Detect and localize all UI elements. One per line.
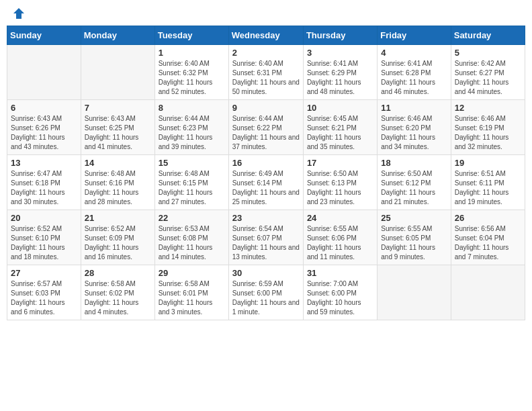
day-info: Sunrise: 6:42 AM Sunset: 6:27 PM Dayligh… [455,59,521,97]
day-number: 23 [232,213,300,223]
calendar-cell [451,265,525,320]
day-number: 18 [381,158,447,168]
day-info: Sunrise: 6:40 AM Sunset: 6:31 PM Dayligh… [232,59,300,97]
calendar-cell: 21Sunrise: 6:52 AM Sunset: 6:09 PM Dayli… [81,210,154,265]
day-number: 7 [85,103,151,113]
day-number: 9 [232,103,300,113]
calendar-cell: 26Sunrise: 6:56 AM Sunset: 6:04 PM Dayli… [451,210,525,265]
calendar-cell: 31Sunrise: 7:00 AM Sunset: 6:00 PM Dayli… [303,265,377,320]
calendar-cell: 24Sunrise: 6:55 AM Sunset: 6:06 PM Dayli… [303,210,377,265]
day-number: 17 [307,158,373,168]
logo-icon [12,7,26,20]
day-info: Sunrise: 6:44 AM Sunset: 6:22 PM Dayligh… [232,114,300,152]
day-number: 10 [307,103,373,113]
day-info: Sunrise: 6:57 AM Sunset: 6:03 PM Dayligh… [11,279,77,317]
day-number: 12 [455,103,521,113]
day-number: 11 [381,103,447,113]
calendar-cell: 11Sunrise: 6:46 AM Sunset: 6:20 PM Dayli… [378,100,451,155]
day-number: 28 [85,268,151,278]
day-info: Sunrise: 6:59 AM Sunset: 6:00 PM Dayligh… [232,279,300,317]
day-number: 1 [159,48,225,58]
day-info: Sunrise: 6:54 AM Sunset: 6:07 PM Dayligh… [232,224,300,262]
day-info: Sunrise: 6:40 AM Sunset: 6:32 PM Dayligh… [159,59,225,97]
day-number: 14 [85,158,151,168]
day-info: Sunrise: 6:48 AM Sunset: 6:15 PM Dayligh… [159,169,225,207]
weekday-header: Saturday [451,26,525,45]
calendar-cell: 12Sunrise: 6:46 AM Sunset: 6:19 PM Dayli… [451,100,525,155]
day-number: 15 [159,158,225,168]
day-info: Sunrise: 6:44 AM Sunset: 6:23 PM Dayligh… [159,114,225,152]
calendar-week-row: 1Sunrise: 6:40 AM Sunset: 6:32 PM Daylig… [7,45,525,100]
logo [9,7,26,20]
day-info: Sunrise: 6:50 AM Sunset: 6:12 PM Dayligh… [381,169,447,207]
calendar-cell: 2Sunrise: 6:40 AM Sunset: 6:31 PM Daylig… [228,45,303,100]
day-info: Sunrise: 6:41 AM Sunset: 6:28 PM Dayligh… [381,59,447,97]
day-number: 24 [307,213,373,223]
calendar-cell: 15Sunrise: 6:48 AM Sunset: 6:15 PM Dayli… [154,155,228,210]
page-header [7,7,525,20]
day-number: 13 [11,158,77,168]
day-info: Sunrise: 6:51 AM Sunset: 6:11 PM Dayligh… [455,169,521,207]
day-number: 2 [232,48,300,58]
calendar-cell: 16Sunrise: 6:49 AM Sunset: 6:14 PM Dayli… [228,155,303,210]
calendar-cell [81,45,154,100]
weekday-header: Thursday [303,26,377,45]
weekday-header: Monday [81,26,154,45]
day-number: 21 [85,213,151,223]
day-info: Sunrise: 7:00 AM Sunset: 6:00 PM Dayligh… [307,279,373,317]
day-number: 25 [381,213,447,223]
day-info: Sunrise: 6:46 AM Sunset: 6:20 PM Dayligh… [381,114,447,152]
day-number: 30 [232,268,300,278]
calendar-cell [7,45,81,100]
day-info: Sunrise: 6:53 AM Sunset: 6:08 PM Dayligh… [159,224,225,262]
calendar-cell: 25Sunrise: 6:55 AM Sunset: 6:05 PM Dayli… [378,210,451,265]
day-number: 20 [11,213,77,223]
day-info: Sunrise: 6:41 AM Sunset: 6:29 PM Dayligh… [307,59,373,97]
calendar-cell: 18Sunrise: 6:50 AM Sunset: 6:12 PM Dayli… [378,155,451,210]
calendar-week-row: 6Sunrise: 6:43 AM Sunset: 6:26 PM Daylig… [7,100,525,155]
calendar-cell: 6Sunrise: 6:43 AM Sunset: 6:26 PM Daylig… [7,100,81,155]
day-number: 16 [232,158,300,168]
day-info: Sunrise: 6:47 AM Sunset: 6:18 PM Dayligh… [11,169,77,207]
weekday-header: Sunday [7,26,81,45]
calendar-cell [378,265,451,320]
day-info: Sunrise: 6:45 AM Sunset: 6:21 PM Dayligh… [307,114,373,152]
weekday-header: Tuesday [154,26,228,45]
day-info: Sunrise: 6:52 AM Sunset: 6:09 PM Dayligh… [85,224,151,262]
day-number: 4 [381,48,447,58]
calendar-cell: 27Sunrise: 6:57 AM Sunset: 6:03 PM Dayli… [7,265,81,320]
day-info: Sunrise: 6:55 AM Sunset: 6:06 PM Dayligh… [307,224,373,262]
day-info: Sunrise: 6:56 AM Sunset: 6:04 PM Dayligh… [455,224,521,262]
calendar-week-row: 27Sunrise: 6:57 AM Sunset: 6:03 PM Dayli… [7,265,525,320]
calendar-week-row: 13Sunrise: 6:47 AM Sunset: 6:18 PM Dayli… [7,155,525,210]
calendar-table: SundayMondayTuesdayWednesdayThursdayFrid… [7,26,525,320]
day-info: Sunrise: 6:52 AM Sunset: 6:10 PM Dayligh… [11,224,77,262]
calendar-cell: 3Sunrise: 6:41 AM Sunset: 6:29 PM Daylig… [303,45,377,100]
day-number: 8 [159,103,225,113]
day-number: 22 [159,213,225,223]
weekday-header-row: SundayMondayTuesdayWednesdayThursdayFrid… [7,26,525,45]
day-info: Sunrise: 6:43 AM Sunset: 6:25 PM Dayligh… [85,114,151,152]
day-number: 19 [455,158,521,168]
day-info: Sunrise: 6:50 AM Sunset: 6:13 PM Dayligh… [307,169,373,207]
calendar-cell: 23Sunrise: 6:54 AM Sunset: 6:07 PM Dayli… [228,210,303,265]
calendar-cell: 8Sunrise: 6:44 AM Sunset: 6:23 PM Daylig… [154,100,228,155]
calendar-cell: 13Sunrise: 6:47 AM Sunset: 6:18 PM Dayli… [7,155,81,210]
day-number: 26 [455,213,521,223]
calendar-cell: 20Sunrise: 6:52 AM Sunset: 6:10 PM Dayli… [7,210,81,265]
svg-marker-0 [13,8,24,19]
calendar-cell: 7Sunrise: 6:43 AM Sunset: 6:25 PM Daylig… [81,100,154,155]
calendar-cell: 9Sunrise: 6:44 AM Sunset: 6:22 PM Daylig… [228,100,303,155]
day-number: 27 [11,268,77,278]
day-info: Sunrise: 6:48 AM Sunset: 6:16 PM Dayligh… [85,169,151,207]
calendar-cell: 29Sunrise: 6:58 AM Sunset: 6:01 PM Dayli… [154,265,228,320]
day-info: Sunrise: 6:43 AM Sunset: 6:26 PM Dayligh… [11,114,77,152]
day-number: 31 [307,268,373,278]
day-number: 6 [11,103,77,113]
calendar-cell: 19Sunrise: 6:51 AM Sunset: 6:11 PM Dayli… [451,155,525,210]
day-number: 5 [455,48,521,58]
day-info: Sunrise: 6:55 AM Sunset: 6:05 PM Dayligh… [381,224,447,262]
day-info: Sunrise: 6:58 AM Sunset: 6:01 PM Dayligh… [159,279,225,317]
day-number: 3 [307,48,373,58]
calendar-cell: 14Sunrise: 6:48 AM Sunset: 6:16 PM Dayli… [81,155,154,210]
